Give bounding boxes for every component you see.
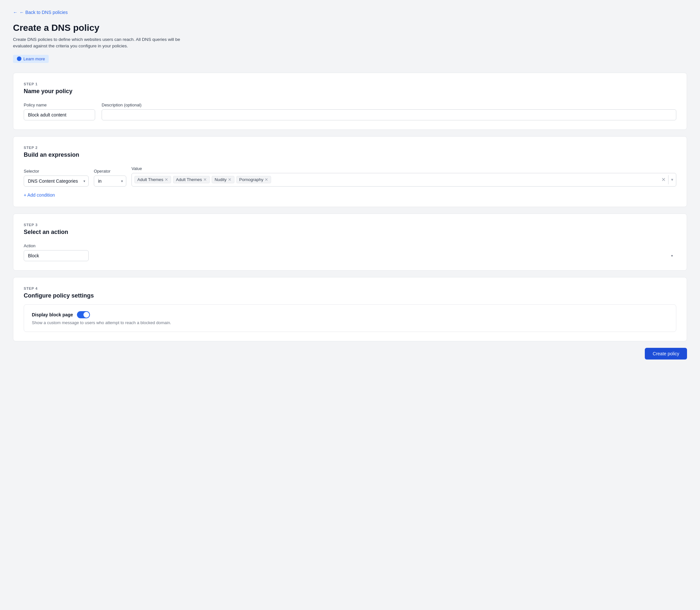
value-clear-button[interactable]: ✕ — [662, 177, 666, 182]
step2-card: STEP 2 Build an expression Selector DNS … — [13, 136, 687, 207]
selector-label: Selector — [24, 169, 89, 174]
step3-card: STEP 3 Select an action Action Block ▾ — [13, 213, 687, 271]
policy-name-input[interactable] — [24, 109, 95, 121]
learn-more-label: Learn more — [24, 57, 45, 61]
footer-row: Create policy — [13, 348, 687, 359]
tag-adult-1-label: Adult Themes — [137, 177, 163, 182]
toggle-track — [77, 311, 90, 318]
step4-card: STEP 4 Configure policy settings Display… — [13, 277, 687, 341]
play-icon — [17, 57, 21, 61]
create-policy-label: Create policy — [653, 351, 679, 356]
add-condition-button[interactable]: + Add condition — [24, 192, 55, 197]
tag-adult-2-label: Adult Themes — [176, 177, 202, 182]
page-title: Create a DNS policy — [13, 23, 687, 33]
operator-label: Operator — [94, 169, 126, 174]
description-label: Description (optional) — [102, 102, 676, 108]
tag-adult-1: Adult Themes ✕ — [135, 176, 171, 183]
tag-pornography: Pornography ✕ — [236, 176, 271, 183]
step1-card: STEP 1 Name your policy Policy name Desc… — [13, 73, 687, 130]
add-condition-label: + Add condition — [24, 192, 55, 197]
step1-title: Name your policy — [24, 88, 676, 95]
back-link[interactable]: ← ← Back to DNS policies — [13, 10, 68, 15]
description-input[interactable] — [102, 109, 676, 121]
tag-nudity-label: Nudity — [215, 177, 227, 182]
action-label: Action — [24, 243, 676, 248]
toggle-switch[interactable] — [77, 311, 90, 318]
tag-adult-2: Adult Themes ✕ — [173, 176, 210, 183]
action-chevron-icon: ▾ — [671, 253, 673, 258]
step3-title: Select an action — [24, 229, 676, 236]
back-link-label: ← Back to DNS policies — [19, 10, 68, 15]
tag-nudity-remove[interactable]: ✕ — [228, 177, 232, 182]
toggle-thumb — [83, 312, 89, 318]
step3-label: STEP 3 — [24, 223, 676, 227]
step2-label: STEP 2 — [24, 146, 676, 149]
step4-title: Configure policy settings — [24, 292, 676, 299]
toggle-row: Display block page Show a custom message… — [24, 304, 676, 332]
value-container[interactable]: Adult Themes ✕ Adult Themes ✕ Nudity ✕ P… — [131, 173, 676, 187]
policy-name-label: Policy name — [24, 102, 95, 108]
create-policy-button[interactable]: Create policy — [645, 348, 687, 359]
action-select[interactable]: Block — [24, 250, 89, 261]
value-chevron-button[interactable]: ▾ — [671, 177, 673, 182]
tag-nudity: Nudity ✕ — [212, 176, 234, 183]
step4-label: STEP 4 — [24, 287, 676, 290]
learn-more-button[interactable]: Learn more — [13, 55, 49, 63]
toggle-description: Show a custom message to users who attem… — [32, 320, 668, 325]
back-arrow-icon: ← — [13, 10, 17, 15]
tag-adult-1-remove[interactable]: ✕ — [165, 177, 168, 182]
value-divider — [668, 175, 669, 184]
step2-title: Build an expression — [24, 151, 676, 158]
page-description: Create DNS policies to define which webs… — [13, 36, 182, 50]
step1-label: STEP 1 — [24, 82, 676, 86]
selector-select[interactable]: DNS Content Categories — [24, 176, 89, 187]
tag-adult-2-remove[interactable]: ✕ — [203, 177, 207, 182]
display-block-page-label: Display block page — [32, 312, 73, 317]
value-label: Value — [131, 166, 676, 171]
operator-select[interactable]: in — [94, 176, 126, 187]
tag-pornography-label: Pornography — [239, 177, 263, 182]
tag-pornography-remove[interactable]: ✕ — [265, 177, 268, 182]
